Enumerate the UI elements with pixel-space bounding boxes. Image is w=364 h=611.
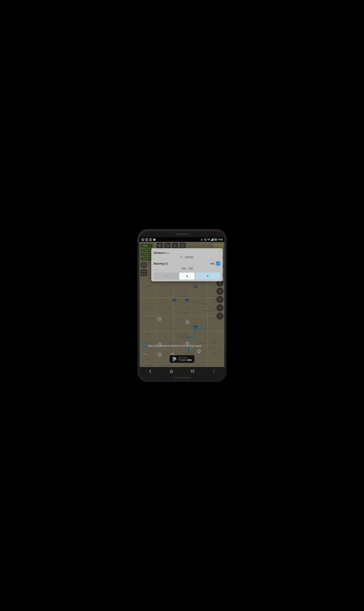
- add-rest: new point based on distance and bearing …: [147, 345, 202, 348]
- stepper-minus-button[interactable]: -: [154, 273, 179, 280]
- l-letter: g: [183, 359, 185, 361]
- svg-rect-20: [217, 239, 217, 240]
- stepper-plus-button[interactable]: +: [195, 273, 220, 280]
- distance-label: Distance: [154, 251, 165, 254]
- status-left-icons: [141, 238, 156, 241]
- google-play-banner[interactable]: GET IT ON Google play: [169, 355, 194, 363]
- grid-icon: [153, 238, 156, 241]
- play-arrow-icon: [172, 356, 177, 362]
- get-it-on-label: GET IT ON: [178, 357, 192, 359]
- wifi-icon: [207, 238, 210, 241]
- distance-range: 0 .. 200000: [154, 255, 220, 260]
- e2-letter: e: [185, 359, 186, 361]
- google-logo: Google: [142, 353, 149, 355]
- alarm-icon: [204, 238, 207, 241]
- phone-device: 4:41: [137, 229, 227, 382]
- phone-signal-icon: [201, 238, 203, 241]
- phone-speaker: [176, 234, 188, 235]
- bearing-range: -360 .. 360: [154, 266, 220, 271]
- svg-rect-14: [211, 240, 211, 241]
- status-right-icons: 4:41: [201, 238, 223, 241]
- svg-point-141: [214, 370, 214, 370]
- g-letter: G: [178, 359, 180, 361]
- status-bar: 4:41: [140, 237, 224, 242]
- svg-rect-10: [202, 239, 202, 241]
- svg-point-143: [214, 372, 214, 373]
- add-description: ADD new point based on distance and bear…: [142, 344, 214, 348]
- svg-rect-11: [203, 238, 203, 241]
- rel-label: rel.: [210, 262, 215, 265]
- svg-rect-15: [211, 240, 212, 241]
- rel-checkbox[interactable]: ✓: [216, 261, 220, 266]
- svg-rect-16: [212, 239, 213, 241]
- battery-icon: [214, 238, 217, 241]
- svg-rect-9: [201, 239, 202, 241]
- bottom-strip: [173, 377, 191, 378]
- phone-screen: 4:41: [140, 231, 224, 380]
- bottom-nav: [140, 367, 224, 376]
- nav-back-button[interactable]: [146, 367, 155, 376]
- svg-rect-19: [214, 239, 216, 240]
- download-icon: [145, 238, 148, 241]
- distance-row: Distance (m): [154, 251, 220, 254]
- nav-recent-button[interactable]: [188, 367, 197, 376]
- svg-marker-136: [173, 357, 174, 361]
- stepper-row: - 0 +: [154, 273, 220, 280]
- app-screen: Scott City Ness City Leon Garden City Je…: [140, 242, 224, 367]
- signal-bars-icon: [211, 238, 213, 241]
- svg-point-13: [208, 240, 209, 241]
- phone-bottom-bar: [140, 376, 224, 380]
- stepper-value-display: 0: [180, 273, 194, 280]
- checkbox-icon: [149, 238, 152, 241]
- distance-unit: (m): [166, 252, 169, 254]
- svg-point-142: [214, 371, 214, 372]
- phone-top-bar: [140, 231, 224, 237]
- svg-rect-17: [213, 238, 213, 241]
- check-circle-icon: [141, 238, 144, 241]
- play-text: GET IT ON Google play: [178, 357, 192, 361]
- bearing-row: Bearing (°) rel. ✓: [154, 261, 220, 266]
- add-bold: ADD: [142, 345, 147, 348]
- time-display: 4:41: [219, 238, 223, 241]
- nav-menu-button[interactable]: [209, 367, 218, 376]
- bearing-dialog: Distance (m) 0 .. 200000 Bearing (°) rel…: [151, 248, 223, 281]
- nav-home-button[interactable]: [167, 367, 176, 376]
- google-play-label: Google play: [178, 359, 192, 361]
- bearing-label: Bearing (°): [154, 262, 168, 265]
